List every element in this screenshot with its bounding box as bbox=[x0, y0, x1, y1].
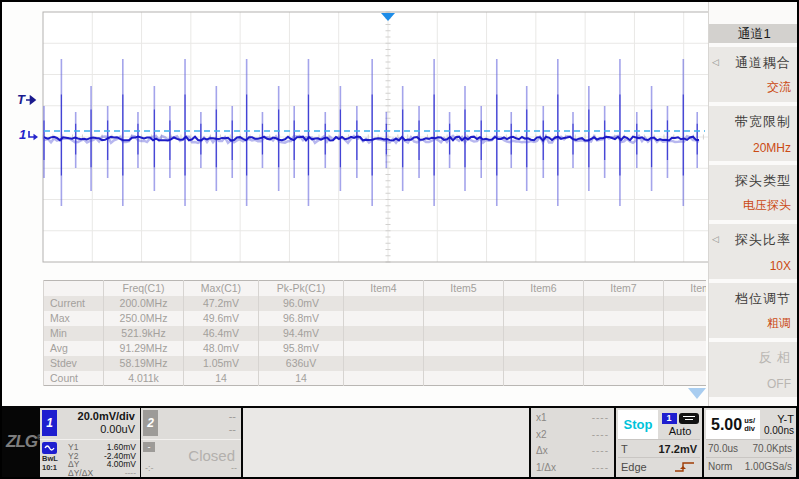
table-cell bbox=[424, 356, 504, 371]
channel2-status: Closed bbox=[188, 447, 235, 464]
capture-window: 70.0us bbox=[708, 443, 738, 454]
menu-item-2[interactable]: 带宽限制20MHz bbox=[709, 106, 799, 161]
row-label: Max bbox=[44, 311, 104, 326]
table-cell: 636uV bbox=[259, 356, 344, 371]
brand-logo: ZLG® bbox=[6, 432, 41, 452]
menu-item-5[interactable]: 档位调节粗调 bbox=[709, 283, 799, 338]
table-cell bbox=[344, 341, 424, 356]
table-cell bbox=[424, 371, 504, 386]
table-cell bbox=[584, 371, 664, 386]
status-bar: ZLG® 1 20.0mV/div 0.00uV BwL 10:1 Y11.60… bbox=[0, 406, 799, 479]
menu-item-value: OFF bbox=[717, 377, 791, 391]
cursor-readout-box: x1----x2----Δx----1/Δx---- bbox=[531, 408, 614, 477]
table-cell: 4.011k bbox=[104, 371, 184, 386]
table-cell bbox=[424, 296, 504, 311]
trigger-source-badge: 1 bbox=[662, 413, 677, 424]
table-header-cell: Item5 bbox=[424, 281, 504, 296]
table-cell: 58.19MHz bbox=[104, 356, 184, 371]
trigger-delay: 0.00ns bbox=[764, 425, 794, 436]
table-cell: 14 bbox=[259, 371, 344, 386]
channel-menu-panel: 通道1 ◁通道耦合交流带宽限制20MHz探头类型电压探头◁探头比率10X档位调节… bbox=[708, 0, 799, 406]
table-header-cell: Item6 bbox=[504, 281, 584, 296]
menu-item-label: 探头比率 bbox=[717, 231, 791, 249]
menu-item-4[interactable]: ◁探头比率10X bbox=[709, 224, 799, 279]
channel1-level-marker[interactable]: 1 bbox=[19, 127, 39, 142]
measurement-table-wrap: Freq(C1)Max(C1)Pk-Pk(C1)Item4Item5Item6I… bbox=[43, 280, 706, 394]
menu-item-label: 带宽限制 bbox=[717, 113, 791, 131]
trigger-status-box[interactable]: Stop 1 Auto T 17.2mV Edge bbox=[616, 408, 702, 477]
menu-item-label: 探头类型 bbox=[717, 172, 791, 190]
trigger-level-label: T bbox=[621, 443, 628, 455]
trigger-level-value: 17.2mV bbox=[658, 443, 697, 455]
left-arrow-icon: ◁ bbox=[712, 234, 719, 244]
menu-item-1[interactable]: ◁通道耦合交流 bbox=[709, 47, 799, 102]
menu-item-3[interactable]: 探头类型电压探头 bbox=[709, 165, 799, 220]
menu-title: 通道1 bbox=[709, 24, 799, 43]
table-scroll-down-icon[interactable] bbox=[688, 388, 706, 399]
table-cell bbox=[584, 356, 664, 371]
table-header-row: Freq(C1)Max(C1)Pk-Pk(C1)Item4Item5Item6I… bbox=[44, 281, 707, 296]
table-cell bbox=[504, 341, 584, 356]
table-cell bbox=[504, 326, 584, 341]
cursor-row: x2---- bbox=[536, 429, 609, 440]
channel2-foot-right: -- bbox=[231, 463, 237, 473]
menu-item-value: 20MHz bbox=[717, 141, 791, 155]
timebase-status-box[interactable]: 5.00 us/div Y-T 0.00ns 70.0us 70.0Kpts N… bbox=[704, 408, 796, 477]
acquisition-status: Stop bbox=[618, 410, 658, 439]
memory-depth: 70.0Kpts bbox=[753, 443, 792, 454]
table-row-current: Current200.0MHz47.2mV96.0mV bbox=[44, 296, 707, 311]
table-cell bbox=[664, 371, 707, 386]
table-cell bbox=[344, 326, 424, 341]
table-cell bbox=[664, 311, 707, 326]
table-row-stdev: Stdev58.19MHz1.05mV636uV bbox=[44, 356, 707, 371]
bent-arrow-icon bbox=[27, 129, 39, 141]
oscilloscope-screen: T 1 Freq(C1)Max(C1)Pk-Pk(C1)Item4Item5It… bbox=[0, 0, 799, 479]
channel2-status-box[interactable]: 2 -- -- - Closed -:- -- bbox=[141, 408, 241, 477]
table-cell bbox=[344, 356, 424, 371]
channel2-volts-per-div: -- bbox=[158, 410, 239, 423]
channel2-closed-section: - Closed -:- -- bbox=[141, 439, 241, 475]
menu-item-value: 电压探头 bbox=[717, 197, 791, 214]
table-cell bbox=[664, 356, 707, 371]
channel-marker-label: 1 bbox=[19, 127, 26, 142]
channel1-offset: 0.00uV bbox=[57, 423, 138, 436]
channel2-scale-row: 2 -- -- bbox=[141, 408, 241, 438]
table-cell bbox=[504, 311, 584, 326]
table-cell bbox=[584, 296, 664, 311]
cursor-row: x1---- bbox=[536, 412, 609, 423]
bandwidth-limit-tag: BwL bbox=[42, 455, 58, 463]
table-cell: 48.0mV bbox=[184, 341, 259, 356]
ch1-cursor-row: ΔY/ΔX---- bbox=[68, 469, 136, 478]
table-cell bbox=[344, 371, 424, 386]
table-cell bbox=[664, 326, 707, 341]
table-cell bbox=[584, 311, 664, 326]
table-cell bbox=[584, 326, 664, 341]
table-cell bbox=[504, 356, 584, 371]
table-cell: 200.0MHz bbox=[104, 296, 184, 311]
right-arrow-icon bbox=[26, 95, 38, 105]
table-cell bbox=[504, 371, 584, 386]
waveform-plot bbox=[0, 0, 799, 275]
measurement-table: Freq(C1)Max(C1)Pk-Pk(C1)Item4Item5Item6I… bbox=[43, 280, 706, 386]
menu-item-value: 10X bbox=[717, 259, 791, 273]
channel1-cursor-section: BwL 10:1 Y11.60mVY2-2.40mVΔY4.00mVΔY/ΔX-… bbox=[40, 439, 140, 475]
table-header-cell: Freq(C1) bbox=[104, 281, 184, 296]
channel2-offset: -- bbox=[158, 423, 239, 436]
table-cell bbox=[424, 311, 504, 326]
rising-edge-icon bbox=[673, 460, 697, 473]
table-cell: 96.0mV bbox=[259, 296, 344, 311]
menu-item-value: 交流 bbox=[717, 79, 791, 96]
left-arrow-icon: ◁ bbox=[712, 57, 719, 67]
table-cell bbox=[424, 326, 504, 341]
channel1-badge: 1 bbox=[42, 410, 57, 436]
trigger-level-marker[interactable]: T bbox=[17, 92, 38, 107]
table-cell: 91.29MHz bbox=[104, 341, 184, 356]
table-cell: 46.4mV bbox=[184, 326, 259, 341]
dc-coupling-icon bbox=[679, 413, 699, 424]
menu-item-label: 档位调节 bbox=[717, 290, 791, 308]
probe-ratio-tag: 10:1 bbox=[42, 464, 57, 472]
table-row-max: Max250.0MHz49.6mV96.8mV bbox=[44, 311, 707, 326]
menu-item-6[interactable]: 反 相OFF bbox=[709, 342, 799, 397]
table-cell bbox=[504, 296, 584, 311]
channel1-status-box[interactable]: 1 20.0mV/div 0.00uV BwL 10:1 Y11.60mVY2-… bbox=[40, 408, 140, 477]
